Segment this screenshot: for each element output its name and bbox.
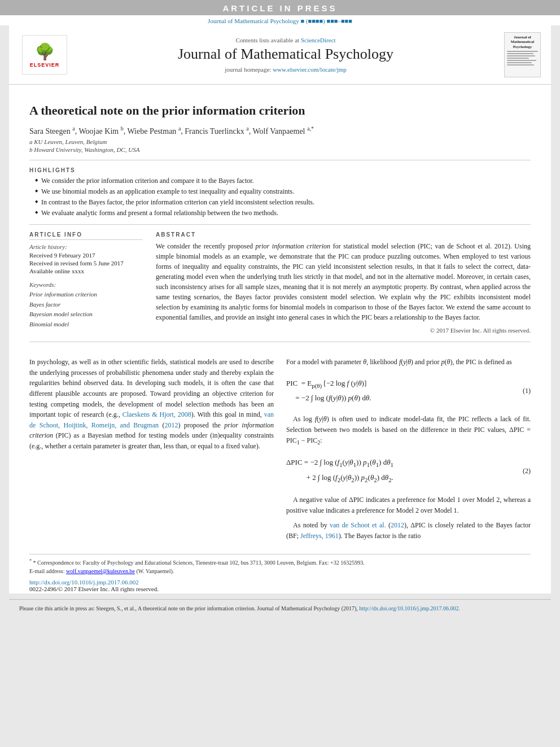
elsevier-tree-icon: 🌳 [35,42,55,61]
thumb-line-2 [507,53,533,54]
divider-2 [29,224,531,225]
eq1-line1: PIC = Ep(θ) [−2 log f (y|θ)] [286,378,517,390]
journal-homepage: journal homepage: www.elsevier.com/locat… [225,66,347,73]
journal-homepage-link[interactable]: www.elsevier.com/locate/jmp [273,66,347,73]
keywords-label: Keywords: [29,281,142,288]
journal-link-bar: Journal of Mathematical Psychology ■ (■■… [0,15,560,25]
journal-link[interactable]: Journal of Mathematical Psychology ■ (■■… [208,18,352,24]
equation-1-text: PIC = Ep(θ) [−2 log f (y|θ)] = −2 ∫ log … [286,375,517,407]
body-right-para3: As noted by van de Schoot et al. (2012),… [286,520,531,541]
page: 🌳 ELSEVIER Contents lists available at S… [9,25,551,593]
copyright-line: © 2017 Elsevier Inc. All rights reserved… [156,327,531,334]
body-two-col: In psychology, as well as in other scien… [9,349,551,545]
divider-1 [29,160,531,160]
elsevier-label: ELSEVIER [30,62,60,68]
thumb-line-4 [507,58,529,59]
email-suffix: (W. Vanpaemel). [136,568,174,574]
thumb-line-3 [507,55,535,56]
highlight-item-3: In contrast to the Bayes factor, the pri… [35,198,531,207]
body-right-intro: For a model with parameter θ, likelihood… [286,357,531,368]
claeskens-ref[interactable]: Claeskens & Hjort, 2008 [123,410,191,418]
thumb-line-1 [507,51,538,52]
history-label: Article history: [29,243,142,250]
vandeschoot-year2[interactable]: 2012 [391,521,404,529]
jeffreys-ref[interactable]: Jeffreys, 1961 [300,532,339,540]
highlight-item-2: We use binomial models as an application… [35,187,531,196]
authors: Sara Steegen a, Woojae Kim b, Wiebe Pest… [29,126,531,137]
article-in-press-banner: ARTICLE IN PRESS [0,0,560,15]
vandeschoot-ref2[interactable]: van de Schoot et al. [330,521,386,529]
highlights-section: HIGHLIGHTS We consider the prior informa… [29,167,531,217]
vandeschoot-year[interactable]: 2012 [164,421,178,429]
keywords-list: Prior information criterion Bayes factor… [29,290,142,329]
article-title: A theoretical note on the prior informat… [29,103,531,119]
footnote-email: E-mail address: wolf.vanpaemel@kuleuven.… [29,567,531,575]
issn-text: 0022-2496/© 2017 Elsevier Inc. All right… [29,586,159,592]
keyword-3: Bayesian model selection [29,309,142,320]
elsevier-logo: 🌳 ELSEVIER [19,32,70,77]
equation-2-number: (2) [523,466,531,477]
body-para-1: In psychology, as well as in other scien… [29,357,274,451]
footnote-correspondence: * * Correspondence to: Faculty of Psycho… [29,558,531,567]
eq1-line2: = −2 ∫ log (f(y|θ)) p(θ) dθ. [286,392,517,404]
highlights-label: HIGHLIGHTS [29,167,531,173]
abstract-label: ABSTRACT [156,231,531,238]
citation-doi-link[interactable]: http://dx.doi.org/10.1016/j.jmp.2017.06.… [359,605,460,611]
received-date: Received 9 February 2017 [29,252,142,259]
article-info-col: ARTICLE INFO Article history: Received 9… [29,231,142,334]
citation-bar: Please cite this article in press as: St… [9,599,551,617]
citation-text: Please cite this article in press as: St… [19,605,358,611]
body-right-para2: A negative value of ΔPIC indicates a pre… [286,495,531,516]
affiliation-b: b Howard University, Washington, DC, USA [29,146,531,153]
header-section: 🌳 ELSEVIER Contents lists available at S… [9,25,551,85]
thumb-line-7 [507,64,534,65]
thumb-title: Journal of Mathematical Psychology [507,35,538,49]
highlight-item-1: We consider the prior information criter… [35,177,531,185]
equation-1-block: PIC = Ep(θ) [−2 log f (y|θ)] = −2 ∫ log … [286,373,531,409]
equation-1-number: (1) [523,386,531,396]
footnote-star: * [29,558,32,563]
journal-title: Journal of Mathematical Psychology [178,46,393,63]
body-right-eq2-intro: As log f(y|θ) is often used to indicate … [286,414,531,447]
journal-thumb-box: Journal of Mathematical Psychology [504,32,541,77]
doi-link[interactable]: http://dx.doi.org/10.1016/j.jmp.2017.06.… [29,579,139,586]
highlights-list: We consider the prior information criter… [29,177,531,217]
equation-2-text: ΔPIC = −2 ∫ log (f1(y|θ1)) p1(θ1) dθ1 + … [286,455,517,487]
eq2-line1: ΔPIC = −2 ∫ log (f1(y|θ1)) p1(θ1) dθ1 [286,457,517,469]
email-label: E-mail address: [29,568,64,574]
revised-date: Received in revised form 5 June 2017 [29,260,142,267]
highlight-item-4: We evaluate analytic forms and present a… [35,209,531,217]
email-link[interactable]: wolf.vanpaemel@kuleuven.be [66,568,135,574]
affiliation-a: a KU Leuven, Leuven, Belgium [29,138,531,145]
thumb-line-5 [507,60,536,61]
footnote-section: * * Correspondence to: Faculty of Psycho… [29,554,531,575]
keyword-1: Prior information criterion [29,290,142,300]
contents-available: Contents lists available at ScienceDirec… [235,37,335,43]
thumb-line-6 [507,62,532,63]
article-info-label: ARTICLE INFO [29,231,142,240]
sciencedirect-link[interactable]: ScienceDirect [301,37,336,43]
authors-text: Sara Steegen a, Woojae Kim b, Wiebe Pest… [29,127,314,136]
equation-2-block: ΔPIC = −2 ∫ log (f1(y|θ1)) p1(θ1) dθ1 + … [286,452,531,489]
abstract-col: ABSTRACT We consider the recently propos… [156,231,531,334]
divider-3 [29,342,531,342]
abstract-text: We consider the recently proposed prior … [156,241,531,322]
journal-thumbnail: Journal of Mathematical Psychology [501,32,541,77]
header-center: Contents lists available at ScienceDirec… [76,32,496,77]
body-right-col: For a model with parameter θ, likelihood… [286,357,531,545]
keyword-4: Binomial model [29,320,142,330]
available-online: Available online xxxx [29,268,142,274]
thumb-content-lines [507,51,538,65]
eq2-line2: + 2 ∫ log (f2(y|θ2)) p2(θ2) dθ2. [286,472,517,484]
keyword-2: Bayes factor [29,300,142,310]
elsevier-logo-box: 🌳 ELSEVIER [22,35,67,75]
info-abstract-section: ARTICLE INFO Article history: Received 9… [29,231,531,334]
doi-section: http://dx.doi.org/10.1016/j.jmp.2017.06.… [9,575,551,593]
body-left-col: In psychology, as well as in other scien… [29,357,274,545]
article-content: A theoretical note on the prior informat… [9,85,551,342]
